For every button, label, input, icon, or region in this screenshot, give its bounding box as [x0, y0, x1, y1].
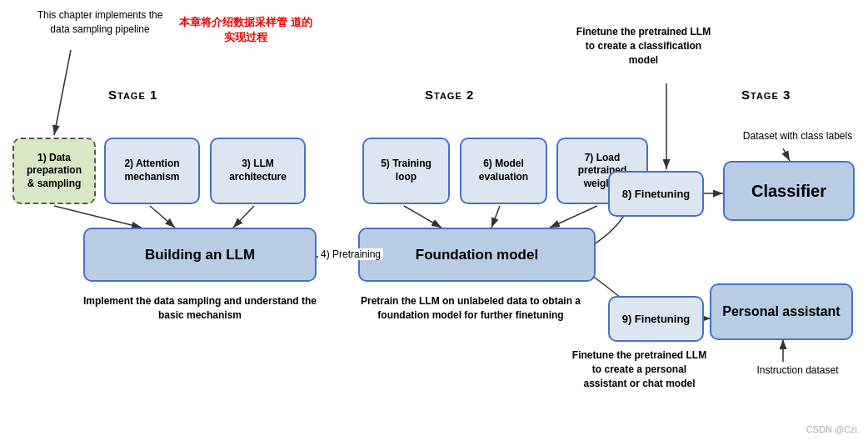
- dataset-class-note: Dataset with class labels: [729, 129, 866, 143]
- svg-line-11: [783, 148, 790, 161]
- svg-line-3: [54, 206, 142, 228]
- svg-line-9: [550, 206, 597, 228]
- chapter-note-cn: 本章将介绍数据采样管 道的实现过程: [175, 15, 317, 45]
- classifier-box: Classifier: [723, 161, 855, 221]
- llm-arch-box: 3) LLMarchitecture: [210, 138, 306, 204]
- svg-line-2: [54, 50, 71, 135]
- watermark: CSDN @Czi.: [806, 424, 860, 434]
- stage2-label: Stage 2: [425, 88, 474, 102]
- stage1-label: Stage 1: [108, 88, 157, 102]
- finetuning9-box: 9) Finetuning: [608, 296, 704, 342]
- finetuning8-box: 8) Finetuning: [608, 171, 704, 217]
- stage3-label: Stage 3: [741, 88, 791, 102]
- instruction-dataset-note: Instruction dataset: [729, 363, 866, 378]
- chapter-note: This chapter implements the data samplin…: [33, 8, 167, 37]
- pretraining-label: 4) Pretraining: [318, 248, 383, 260]
- building-llm-box: Building an LLM: [83, 228, 317, 282]
- data-prep-box: 1) Datapreparation& sampling: [12, 138, 96, 204]
- pretrain-note: Pretrain the LLM on unlabeled data to ob…: [346, 294, 596, 323]
- personal-asst-box: Personal assistant: [710, 283, 853, 340]
- finetune-class-note: Finetune the pretrained LLM to create a …: [571, 25, 716, 67]
- attention-box: 2) Attentionmechanism: [104, 138, 200, 204]
- finetune-personal-note: Finetune the pretrained LLM to create a …: [571, 348, 708, 390]
- training-loop-box: 5) Trainingloop: [362, 138, 450, 204]
- svg-line-4: [150, 206, 175, 228]
- model-eval-box: 6) Modelevaluation: [460, 138, 547, 204]
- foundation-model-box: Foundation model: [358, 228, 596, 282]
- svg-line-7: [404, 206, 441, 228]
- svg-line-8: [491, 206, 500, 228]
- svg-line-5: [233, 206, 254, 228]
- implement-note: Implement the data sampling and understa…: [71, 294, 329, 323]
